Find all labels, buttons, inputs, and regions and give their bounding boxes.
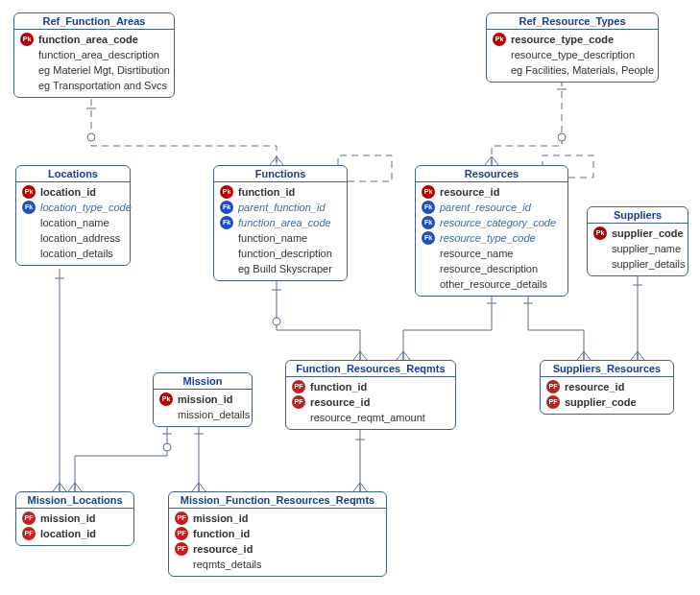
zero-ring-icon — [273, 318, 280, 325]
attribute-row: Pkmission_id — [159, 392, 246, 407]
attribute-row: supplier_details — [593, 256, 682, 272]
entity-functions: FunctionsPkfunction_idFkparent_function_… — [213, 165, 348, 281]
crowfoot-icon — [577, 351, 591, 360]
attribute-name: reqmts_details — [193, 557, 262, 572]
attribute-row: Fklocation_type_code — [22, 200, 124, 215]
attribute-row: Pkresource_type_code — [493, 32, 652, 47]
pf-icon: PF — [22, 512, 36, 525]
attribute-row: PFlocation_id — [22, 526, 128, 541]
no-key-icon — [20, 79, 34, 92]
entity-body: Pklocation_idFklocation_type_codelocatio… — [16, 182, 130, 265]
no-key-icon — [220, 262, 233, 275]
connector-line — [403, 294, 492, 360]
no-key-icon — [175, 558, 188, 571]
pf-icon: PF — [22, 527, 36, 540]
attribute-row: mission_details — [159, 407, 246, 422]
entity-ref_resource_types: Ref_Resource_TypesPkresource_type_codere… — [486, 12, 659, 83]
attribute-name: other_resource_details — [440, 276, 547, 292]
crowfoot-icon — [68, 483, 82, 491]
no-key-icon — [20, 63, 34, 77]
crowfoot-icon — [353, 483, 367, 491]
entity-ref_function_areas: Ref_Function_AreasPkfunction_area_codefu… — [13, 12, 175, 98]
attribute-name: mission_id — [40, 511, 95, 526]
pf-icon: PF — [546, 380, 560, 393]
attribute-name: mission_id — [178, 392, 232, 407]
attribute-name: resource_description — [440, 261, 538, 276]
attribute-row: location_name — [22, 215, 124, 230]
fk-icon: Fk — [422, 231, 435, 245]
entity-title: Function_Resources_Reqmts — [286, 361, 455, 377]
entity-mission_locations: Mission_LocationsPFmission_idPFlocation_… — [15, 491, 134, 546]
attribute-name: resource_id — [440, 184, 499, 200]
attribute-row: resource_description — [422, 261, 562, 276]
attribute-name: resource_type_code — [440, 230, 536, 246]
no-key-icon — [22, 247, 36, 260]
attribute-name: resource_id — [310, 394, 370, 410]
fk-icon: Fk — [220, 216, 233, 229]
no-key-icon — [422, 247, 435, 260]
pf-icon: PF — [175, 527, 188, 540]
attribute-row: resource_reqmt_amount — [292, 410, 449, 425]
attribute-name: resource_name — [440, 246, 513, 261]
attribute-row: other_resource_details — [422, 276, 562, 292]
entity-body: PFmission_idPFlocation_id — [16, 509, 133, 545]
attribute-name: resource_type_description — [511, 47, 635, 62]
attribute-row: Fkresource_category_code — [422, 215, 562, 230]
zero-ring-icon — [87, 133, 95, 141]
no-key-icon — [220, 231, 233, 245]
pf-icon: PF — [546, 395, 560, 409]
entity-locations: LocationsPklocation_idFklocation_type_co… — [15, 165, 131, 266]
attribute-name: supplier_code — [612, 226, 684, 241]
attribute-row: Pkresource_id — [422, 184, 562, 200]
attribute-name: function_description — [238, 246, 332, 261]
no-key-icon — [159, 408, 173, 421]
pk-icon: Pk — [593, 226, 607, 240]
attribute-row: eg Materiel Mgt, Disrtibution — [20, 62, 168, 78]
entity-title: Mission_Function_Resources_Reqmts — [169, 492, 386, 509]
no-key-icon — [292, 411, 305, 424]
crowfoot-icon — [53, 483, 66, 491]
attribute-row: eg Build Skyscraper — [220, 261, 341, 276]
attribute-row: PFresource_id — [175, 541, 380, 557]
entity-body: Pkfunction_area_codefunction_area_descri… — [14, 30, 174, 97]
entity-body: Pkmission_idmission_details — [154, 390, 252, 426]
attribute-name: supplier_code — [565, 394, 637, 410]
attribute-name: function_area_code — [238, 215, 331, 230]
zero-ring-icon — [163, 443, 171, 451]
crowfoot-icon — [192, 483, 205, 491]
attribute-row: Fkparent_function_id — [220, 200, 341, 215]
attribute-name: location_type_code — [40, 200, 132, 215]
no-key-icon — [422, 277, 435, 291]
entity-mission_function_resources_reqmts: Mission_Function_Resources_ReqmtsPFmissi… — [168, 491, 387, 577]
pk-icon: Pk — [20, 33, 34, 46]
pk-icon: Pk — [493, 33, 506, 46]
no-key-icon — [593, 257, 607, 271]
attribute-row: Pkfunction_area_code — [20, 32, 168, 47]
entity-suppliers: SuppliersPksupplier_codesupplier_namesup… — [587, 206, 688, 276]
attribute-name: eg Facilities, Materials, People — [511, 62, 654, 78]
attribute-row: PFfunction_id — [175, 526, 380, 541]
fk-icon: Fk — [422, 201, 435, 214]
attribute-row: Pksupplier_code — [593, 226, 682, 241]
attribute-row: Fkfunction_area_code — [220, 215, 341, 230]
no-key-icon — [422, 262, 435, 275]
entity-title: Suppliers — [588, 207, 688, 224]
entity-title: Mission_Locations — [16, 492, 133, 509]
pf-icon: PF — [175, 542, 188, 556]
attribute-row: reqmts_details — [175, 557, 380, 572]
attribute-row: Pklocation_id — [22, 184, 124, 200]
no-key-icon — [22, 231, 36, 245]
attribute-name: mission_id — [193, 511, 248, 526]
attribute-row: location_address — [22, 230, 124, 246]
pf-icon: PF — [292, 380, 305, 393]
attribute-row: PFmission_id — [22, 511, 128, 526]
attribute-row: supplier_name — [593, 241, 682, 256]
attribute-row: Fkresource_type_code — [422, 230, 562, 246]
attribute-row: eg Transportation and Svcs — [20, 78, 168, 93]
attribute-row: location_details — [22, 246, 124, 261]
crowfoot-icon — [397, 351, 410, 360]
zero-ring-icon — [558, 133, 566, 141]
no-key-icon — [493, 48, 506, 61]
pk-icon: Pk — [422, 185, 435, 199]
entity-title: Ref_Function_Areas — [14, 13, 174, 30]
